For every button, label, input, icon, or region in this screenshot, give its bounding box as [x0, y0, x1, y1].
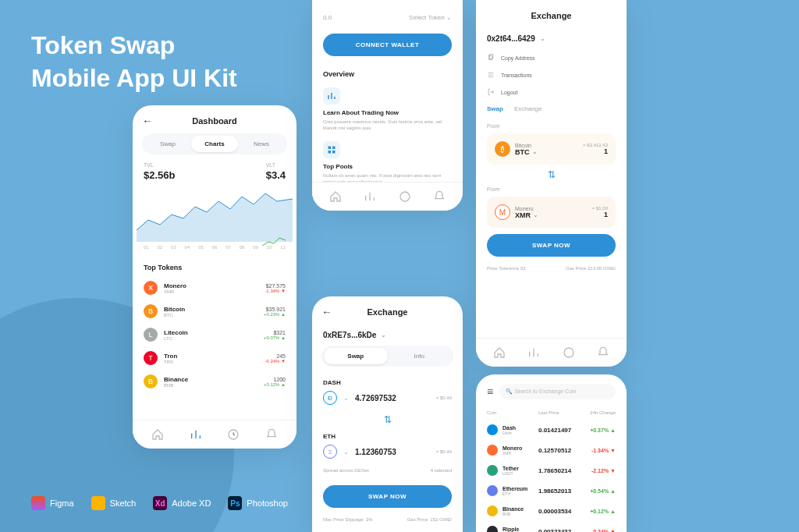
chevron-down-icon: ⌄: [446, 14, 452, 21]
header-title: Exchange: [531, 11, 572, 20]
swap-tab[interactable]: Swap: [487, 105, 503, 112]
bell-icon[interactable]: [597, 346, 609, 359]
amount-placeholder[interactable]: 0.0: [323, 14, 332, 21]
token-row[interactable]: XMoneroXMR$27.575-1.34% ▼: [133, 276, 297, 300]
swap-now-button[interactable]: SWAP NOW: [323, 485, 452, 508]
tab-info[interactable]: Info: [388, 348, 452, 364]
chevron-down-icon: ⌄: [540, 35, 545, 42]
token-row[interactable]: LLitecoinLTC$321+0.07% ▲: [133, 323, 297, 346]
clock-icon[interactable]: [563, 346, 575, 359]
svg-point-8: [564, 348, 574, 357]
connect-wallet-button[interactable]: CONNECT WALLET: [323, 34, 452, 56]
logout-item[interactable]: Logout: [476, 83, 627, 101]
chevron-down-icon[interactable]: ⌄: [343, 449, 349, 456]
home-icon[interactable]: [493, 346, 506, 359]
token-change: +0.07% ▲: [264, 335, 286, 340]
token-change: +0.23% ▲: [264, 312, 286, 317]
list-row[interactable]: EthereumETH1.98652013+0.54% ▲: [476, 481, 627, 501]
from-label: From: [487, 186, 616, 192]
exchange-tab[interactable]: Exchange: [514, 105, 542, 112]
mini-chart: [262, 234, 286, 250]
amount-value[interactable]: 1: [592, 211, 608, 218]
bell-icon[interactable]: [433, 190, 446, 203]
token-symbol: BNB: [164, 383, 257, 388]
copy-address-item[interactable]: Copy Address: [476, 49, 627, 66]
list-row[interactable]: RippleXRP0.00323432-0.24% ▼: [476, 521, 627, 532]
spread-label: Spread across DEXes: [323, 468, 369, 473]
swap-direction-icon[interactable]: ⇅: [476, 169, 627, 180]
eth-icon: Ξ: [323, 445, 337, 459]
vlt-value: $3.4: [266, 169, 286, 181]
photoshop-tool: PsPhotoshop: [228, 496, 288, 510]
tabs: Swap Info: [321, 346, 453, 367]
tab-news[interactable]: News: [238, 136, 285, 152]
coin-name: Monero: [502, 445, 522, 451]
token-row[interactable]: BBitcoinBTC$35.921+0.23% ▲: [133, 300, 297, 323]
token-row[interactable]: TTronTRX245-0.24% ▼: [133, 346, 297, 370]
search-input[interactable]: 🔍 Search to Exchange Coin: [499, 384, 616, 399]
overview-title: Overview: [312, 62, 463, 83]
swap-direction-icon[interactable]: ⇅: [312, 414, 463, 425]
chart-icon-box: [323, 87, 340, 105]
token-name: Binance: [164, 376, 257, 383]
list-row[interactable]: TetherUSDT1.78650214-2.12% ▼: [476, 460, 627, 481]
home-icon[interactable]: [151, 428, 164, 441]
swap-now-button[interactable]: SWAP NOW: [487, 234, 616, 257]
xd-icon: Xd: [153, 496, 167, 510]
bottom-nav: [133, 420, 297, 449]
chevron-down-icon[interactable]: ⌄: [532, 148, 538, 155]
svg-rect-4: [332, 151, 336, 154]
eth-value[interactable]: 1.12360753: [355, 448, 430, 456]
chevron-down-icon[interactable]: ⌄: [533, 211, 538, 218]
coin-price: 0.12570512: [538, 447, 581, 454]
pools-title: Top Pools: [323, 163, 452, 170]
clock-icon[interactable]: [227, 428, 240, 441]
coin-icon: [487, 465, 498, 476]
bitcoin-icon: ₿: [495, 141, 510, 157]
coin-price: 0.01421497: [538, 427, 581, 434]
token-icon: B: [144, 304, 158, 318]
coin-price: 1.98652013: [538, 488, 581, 495]
transactions-item[interactable]: Transactions: [476, 66, 627, 83]
list-row[interactable]: MoneroXMR0.12570512-1.34% ▼: [476, 440, 627, 460]
coin-name: Ethereum: [502, 486, 527, 491]
svg-rect-2: [332, 146, 336, 149]
chart-icon[interactable]: [364, 190, 376, 203]
coin-symbol: XMR: [515, 211, 531, 219]
header-title: Exchange: [368, 307, 408, 317]
list-row[interactable]: BinanceBNB0.00003534+0.12% ▲: [476, 501, 627, 521]
chart-icon[interactable]: [527, 346, 540, 359]
eth-label: ETH: [312, 428, 463, 442]
address-selector[interactable]: 0x2t64...6429⌄: [476, 28, 627, 49]
tab-swap[interactable]: Swap: [324, 348, 388, 364]
coin-name: Ripple: [502, 527, 519, 532]
token-change: +0.12% ▲: [264, 382, 286, 387]
coin-name: Monero: [515, 206, 538, 211]
back-icon[interactable]: ←: [142, 115, 153, 127]
list-row[interactable]: DashDash0.01421497+0.37% ▲: [476, 420, 627, 440]
dash-label: DASH: [312, 374, 463, 388]
dash-value[interactable]: 4.72697532: [355, 394, 430, 403]
clock-icon[interactable]: [399, 190, 411, 203]
home-icon[interactable]: [329, 190, 342, 203]
address-selector[interactable]: 0xRE7s...6kDe⌄: [312, 325, 463, 346]
tab-swap[interactable]: Swap: [144, 136, 191, 152]
menu-icon[interactable]: ≡: [487, 385, 493, 398]
select-token[interactable]: Select Token ⌄: [409, 14, 452, 21]
grid-icon: [327, 145, 336, 154]
tab-charts[interactable]: Charts: [191, 136, 238, 152]
amount-value[interactable]: 1: [583, 147, 608, 155]
xmr-card: M Monero XMR⌄ ≈ $1.00 1: [487, 197, 616, 228]
bell-icon[interactable]: [265, 428, 278, 441]
svg-rect-1: [328, 146, 332, 149]
token-row[interactable]: BBinanceBNB1200+0.12% ▲: [133, 370, 297, 393]
chevron-down-icon[interactable]: ⌄: [343, 395, 349, 402]
figma-icon: [31, 496, 45, 510]
chart-icon[interactable]: [190, 428, 202, 441]
gas-label: Gas Price: 152 GWEI: [407, 517, 452, 522]
vlt-label: VLT: [266, 162, 286, 168]
from-label: From: [487, 123, 616, 129]
coin-change: -1.34% ▼: [581, 448, 616, 453]
back-icon[interactable]: ←: [321, 306, 332, 318]
coin-name: Tether: [502, 466, 519, 471]
